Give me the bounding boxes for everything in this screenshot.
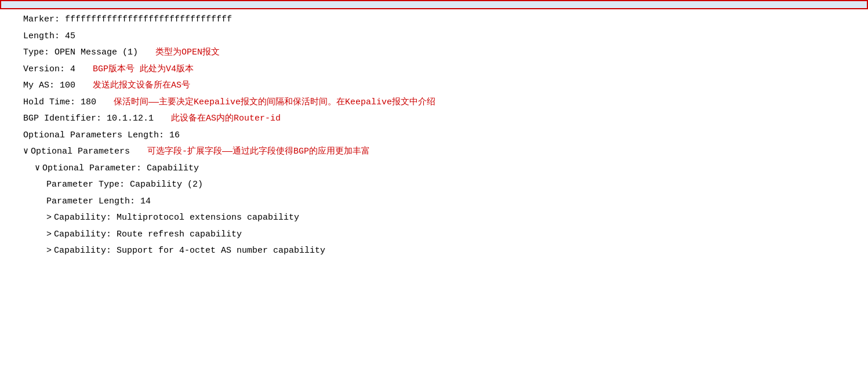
version-field: Version: 4 xyxy=(23,63,75,77)
capability-4octet-row: > Capability: Support for 4-octet AS num… xyxy=(0,243,868,260)
capability-multiprotocol-expand-icon[interactable]: > xyxy=(46,212,52,225)
hold-time-annotation: 保活时间——主要决定Keepalive报文的间隔和保活时间。在Keepalive… xyxy=(114,96,435,110)
content-area: Marker: ffffffffffffffffffffffffffffffff… xyxy=(0,9,868,262)
hold-time-field: Hold Time: 180 xyxy=(23,96,96,110)
optional-param-capability-collapse-icon[interactable]: ∨ xyxy=(35,162,40,176)
capability-multiprotocol-field: > Capability: Multiprotocol extensions c… xyxy=(46,212,299,225)
type-row: Type: OPEN Message (1)类型为OPEN报文 xyxy=(0,45,868,61)
capability-multiprotocol-row: > Capability: Multiprotocol extensions c… xyxy=(0,210,868,227)
capability-4octet-field: > Capability: Support for 4-octet AS num… xyxy=(46,245,325,258)
param-type-field: Parameter Type: Capability (2) xyxy=(46,179,203,192)
optional-params-row: ∨ Optional Parameters可选字段-扩展字段——通过此字段使得B… xyxy=(0,144,868,161)
my-as-row: My AS: 100发送此报文设备所在AS号 xyxy=(0,78,868,94)
bgp-identifier-annotation: 此设备在AS内的Router-id xyxy=(171,112,281,126)
hold-time-row: Hold Time: 180保活时间——主要决定Keepalive报文的间隔和保… xyxy=(0,94,868,111)
length-field: Length: 45 xyxy=(23,30,75,43)
bgp-identifier-row: BGP Identifier: 10.1.12.1此设备在AS内的Router-… xyxy=(0,111,868,128)
marker-row: Marker: ffffffffffffffffffffffffffffffff xyxy=(0,12,868,28)
capability-4octet-expand-icon[interactable]: > xyxy=(46,245,52,258)
version-annotation: BGP版本号 此处为V4版本 xyxy=(93,63,194,77)
optional-param-capability-row: ∨ Optional Parameter: Capability xyxy=(0,161,868,177)
capability-route-refresh-expand-icon[interactable]: > xyxy=(46,228,52,242)
capability-route-refresh-row: > Capability: Route refresh capability xyxy=(0,227,868,243)
length-row: Length: 45 xyxy=(0,28,868,45)
optional-param-capability-field: ∨ Optional Parameter: Capability xyxy=(35,162,199,176)
optional-params-field: ∨ Optional Parameters xyxy=(23,145,130,159)
param-type-row: Parameter Type: Capability (2) xyxy=(0,177,868,194)
optional-params-length-row: Optional Parameters Length: 16 xyxy=(0,128,868,144)
optional-params-collapse-icon[interactable]: ∨ xyxy=(23,145,28,159)
param-length-field: Parameter Length: 14 xyxy=(46,195,151,209)
param-length-row: Parameter Length: 14 xyxy=(0,194,868,210)
type-field: Type: OPEN Message (1) xyxy=(23,46,138,60)
my-as-annotation: 发送此报文设备所在AS号 xyxy=(93,79,190,93)
type-annotation: 类型为OPEN报文 xyxy=(155,46,220,60)
optional-params-length-field: Optional Parameters Length: 16 xyxy=(23,129,180,143)
my-as-field: My AS: 100 xyxy=(23,79,75,93)
main-container: Marker: ffffffffffffffffffffffffffffffff… xyxy=(0,0,868,262)
version-row: Version: 4BGP版本号 此处为V4版本 xyxy=(0,61,868,78)
marker-field: Marker: ffffffffffffffffffffffffffffffff xyxy=(23,13,232,27)
optional-params-annotation: 可选字段-扩展字段——通过此字段使得BGP的应用更加丰富 xyxy=(147,145,370,159)
capability-route-refresh-field: > Capability: Route refresh capability xyxy=(46,228,242,242)
bgp-identifier-field: BGP Identifier: 10.1.12.1 xyxy=(23,112,154,126)
bgp-title xyxy=(0,0,868,9)
